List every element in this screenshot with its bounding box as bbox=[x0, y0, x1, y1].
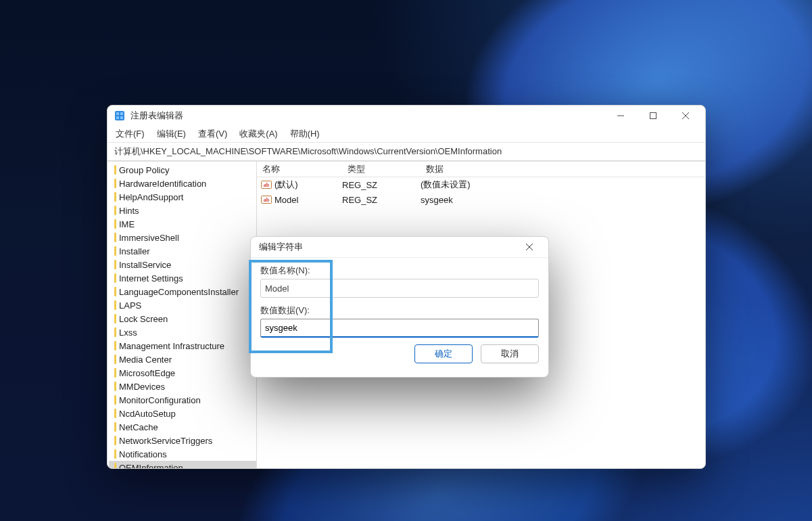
cell-name: Model bbox=[274, 195, 342, 205]
folder-icon bbox=[114, 219, 116, 229]
cell-type: REG_SZ bbox=[342, 180, 421, 190]
tree-item[interactable]: ImmersiveShell bbox=[109, 231, 256, 244]
tree-item[interactable]: OEMInformation bbox=[109, 461, 256, 468]
tree-item-label: Internet Settings bbox=[119, 273, 183, 284]
cancel-button[interactable]: 取消 bbox=[481, 344, 539, 363]
tree-item-label: NcdAutoSetup bbox=[119, 409, 176, 419]
tree-item-label: Lxss bbox=[119, 327, 137, 338]
tree-item[interactable]: InstallService bbox=[109, 258, 256, 271]
tree-item[interactable]: Group Policy bbox=[109, 163, 256, 177]
menu-view[interactable]: 查看(V) bbox=[197, 127, 229, 141]
svg-text:ab: ab bbox=[264, 197, 270, 203]
folder-icon bbox=[114, 260, 116, 269]
ok-button[interactable]: 确定 bbox=[414, 344, 473, 363]
tree-item[interactable]: Installer bbox=[109, 244, 256, 258]
svg-text:ab: ab bbox=[264, 182, 270, 188]
svg-rect-1 bbox=[116, 112, 119, 115]
tree-item[interactable]: Lxss bbox=[109, 325, 256, 339]
address-path: 计算机\HKEY_LOCAL_MACHINE\SOFTWARE\Microsof… bbox=[114, 145, 502, 158]
tree-item[interactable]: MonitorConfiguration bbox=[109, 393, 256, 407]
value-data-field[interactable] bbox=[260, 319, 539, 338]
svg-rect-5 bbox=[650, 113, 656, 119]
tree-item[interactable]: Management Infrastructure bbox=[109, 339, 256, 353]
tree-item-label: Installer bbox=[119, 246, 150, 256]
col-header-type[interactable]: 类型 bbox=[348, 163, 426, 175]
tree-item[interactable]: Media Center bbox=[109, 353, 256, 366]
cell-data: sysgeek bbox=[421, 195, 705, 205]
list-header[interactable]: 名称 类型 数据 bbox=[257, 162, 705, 177]
tree-item[interactable]: Internet Settings bbox=[109, 271, 256, 285]
folder-icon bbox=[114, 300, 116, 310]
tree-item-label: LAPS bbox=[119, 300, 141, 311]
folder-icon bbox=[114, 287, 116, 296]
tree-item-label: MMDevices bbox=[119, 382, 165, 392]
folder-icon bbox=[114, 382, 116, 391]
svg-rect-2 bbox=[120, 112, 123, 115]
folder-icon bbox=[114, 327, 116, 337]
minimize-button[interactable] bbox=[605, 106, 636, 125]
tree-item-label: Management Infrastructure bbox=[119, 341, 224, 351]
table-row[interactable]: abModelREG_SZsysgeek bbox=[257, 192, 705, 207]
tree-item-label: Lock Screen bbox=[119, 314, 168, 324]
folder-icon bbox=[114, 355, 116, 364]
maximize-button[interactable] bbox=[638, 106, 669, 125]
tree-item-label: NetworkServiceTriggers bbox=[119, 436, 212, 446]
tree-item[interactable]: NetCache bbox=[109, 420, 256, 434]
tree-item-label: Notifications bbox=[119, 449, 167, 459]
tree-item-label: ImmersiveShell bbox=[119, 233, 179, 243]
tree-item-label: MicrosoftEdge bbox=[119, 368, 175, 378]
address-bar[interactable]: 计算机\HKEY_LOCAL_MACHINE\SOFTWARE\Microsof… bbox=[108, 143, 705, 161]
menubar: 文件(F) 编辑(E) 查看(V) 收藏夹(A) 帮助(H) bbox=[108, 126, 705, 143]
string-value-icon: ab bbox=[261, 194, 272, 205]
tree-panel[interactable]: Group PolicyHardwareIdentificationHelpAn… bbox=[108, 162, 257, 468]
tree-item[interactable]: HardwareIdentification bbox=[109, 177, 256, 190]
tree-item[interactable]: LAPS bbox=[109, 298, 256, 312]
dialog-button-row: 确定 取消 bbox=[251, 344, 548, 373]
folder-icon bbox=[114, 341, 116, 350]
tree-item-label: NetCache bbox=[119, 422, 158, 432]
tree-item[interactable]: NetworkServiceTriggers bbox=[109, 434, 256, 447]
menu-favorites[interactable]: 收藏夹(A) bbox=[238, 127, 279, 141]
folder-icon bbox=[114, 409, 116, 418]
regedit-icon bbox=[114, 110, 125, 121]
close-button[interactable] bbox=[670, 106, 701, 125]
value-name-label: 数值名称(N): bbox=[260, 265, 310, 275]
dialog-titlebar[interactable]: 编辑字符串 bbox=[251, 237, 548, 258]
tree-item-label: OEMInformation bbox=[119, 463, 183, 469]
folder-icon bbox=[114, 192, 116, 202]
edit-string-dialog: 编辑字符串 数值名称(N): 数值数据(V): 确定 取消 bbox=[250, 236, 549, 378]
tree-item[interactable]: HelpAndSupport bbox=[109, 190, 256, 204]
folder-icon bbox=[114, 165, 116, 175]
tree-item[interactable]: LanguageComponentsInstaller bbox=[109, 285, 256, 298]
cell-name: (默认) bbox=[274, 179, 342, 191]
col-header-data[interactable]: 数据 bbox=[426, 163, 705, 175]
value-name-field[interactable] bbox=[260, 279, 539, 298]
titlebar[interactable]: 注册表编辑器 bbox=[108, 106, 705, 126]
menu-file[interactable]: 文件(F) bbox=[114, 127, 146, 141]
tree-item[interactable]: MicrosoftEdge bbox=[109, 366, 256, 380]
tree-item[interactable]: IME bbox=[109, 217, 256, 231]
tree-item[interactable]: Lock Screen bbox=[109, 312, 256, 325]
folder-icon bbox=[114, 463, 116, 468]
value-data-label: 数值数据(V): bbox=[260, 305, 310, 315]
folder-icon bbox=[114, 422, 116, 432]
tree-item-label: InstallService bbox=[119, 260, 171, 270]
tree-item-label: Media Center bbox=[119, 355, 172, 365]
tree-item-label: Group Policy bbox=[119, 165, 169, 175]
dialog-body: 数值名称(N): 数值数据(V): bbox=[251, 258, 548, 344]
tree-item-label: MonitorConfiguration bbox=[119, 395, 201, 405]
table-row[interactable]: ab(默认)REG_SZ(数值未设置) bbox=[257, 177, 705, 192]
folder-icon bbox=[114, 449, 116, 459]
tree-item-label: HelpAndSupport bbox=[119, 192, 183, 202]
menu-help[interactable]: 帮助(H) bbox=[289, 127, 321, 141]
tree-item[interactable]: Hints bbox=[109, 204, 256, 217]
folder-icon bbox=[114, 206, 116, 215]
menu-edit[interactable]: 编辑(E) bbox=[156, 127, 187, 141]
dialog-close-button[interactable] bbox=[516, 238, 543, 256]
col-header-name[interactable]: 名称 bbox=[257, 163, 348, 175]
tree-item[interactable]: MMDevices bbox=[109, 380, 256, 393]
tree-item[interactable]: Notifications bbox=[109, 447, 256, 461]
folder-icon bbox=[114, 179, 116, 188]
tree-item[interactable]: NcdAutoSetup bbox=[109, 407, 256, 420]
folder-icon bbox=[114, 436, 116, 445]
